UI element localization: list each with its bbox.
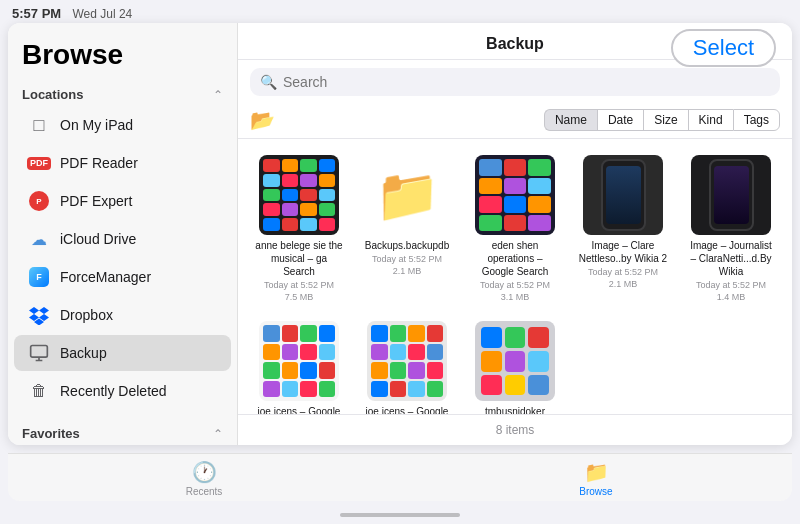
file-item[interactable]: Image – Journalist – ClaraNetti...d.By W… [682,151,780,307]
file-name-4: Image – Clare Nettleso..by Wikia 2 [578,239,668,265]
time: 5:57 PM [12,6,61,21]
pdf-reader-icon: PDF [28,152,50,174]
file-item[interactable]: joe icens – Google Search 2 Today at 5:5… [358,317,456,414]
select-button[interactable]: Select [671,29,776,67]
file-thumb-7 [367,321,447,401]
recents-label: Recents [186,486,223,497]
main-container: Browse Locations ⌃ □ On My iPad PDF PDF … [8,23,792,445]
sidebar-title: Browse [8,23,237,79]
file-thumb-6 [259,321,339,401]
sidebar-item-icloud-label: iCloud Drive [60,231,136,247]
file-item[interactable]: tmbusnjdoker May 30, 2016 at 1:01 AM1.3 … [466,317,564,414]
locations-section-header: Locations ⌃ [8,79,237,106]
icloud-icon: ☁ [28,228,50,250]
backup-icon [28,342,50,364]
file-thumb-3 [475,155,555,235]
sidebar-item-icloud[interactable]: ☁ iCloud Drive [14,221,231,257]
sidebar: Browse Locations ⌃ □ On My iPad PDF PDF … [8,23,238,445]
file-name-5: Image – Journalist – ClaraNetti...d.By W… [686,239,776,278]
sidebar-item-forcemanager[interactable]: F ForceManager [14,259,231,295]
ipad-icon: □ [28,114,50,136]
file-name-8: tmbusnjdoker [485,405,545,414]
sidebar-item-forcemanager-label: ForceManager [60,269,151,285]
sidebar-item-dropbox[interactable]: Dropbox [14,297,231,333]
trash-icon: 🗑 [28,380,50,402]
file-thumb-4 [583,155,663,235]
tab-browse[interactable]: 📁 Browse [400,460,792,497]
file-name-7: joe icens – Google Search 2 [362,405,452,414]
file-name-2: Backups.backupdb [365,239,450,252]
file-meta-2: Today at 5:52 PM2.1 MB [372,254,442,277]
file-name-6: joe icens – Google Search [254,405,344,414]
content-area: Backup Select 🔍 📂 Name Date Size Kind Ta… [238,23,792,445]
sort-pills: Name Date Size Kind Tags [544,109,780,131]
content-title: Backup [486,35,544,53]
sort-tags[interactable]: Tags [733,109,780,131]
sidebar-item-pdfexpert[interactable]: P PDF Expert [14,183,231,219]
sort-size[interactable]: Size [643,109,687,131]
sidebar-item-pdfreader-label: PDF Reader [60,155,138,171]
browse-label: Browse [579,486,612,497]
file-thumb-5 [691,155,771,235]
home-indicator [0,501,800,524]
sort-name[interactable]: Name [544,109,597,131]
file-item[interactable]: Image – Clare Nettleso..by Wikia 2 Today… [574,151,672,307]
sort-kind[interactable]: Kind [688,109,733,131]
file-meta-4: Today at 5:52 PM2.1 MB [588,267,658,290]
sidebar-item-ipad-label: On My iPad [60,117,133,133]
pdf-expert-icon: P [28,190,50,212]
toolbar: 📂 Name Date Size Kind Tags [238,104,792,139]
sort-date[interactable]: Date [597,109,643,131]
sidebar-item-recently-deleted[interactable]: 🗑 Recently Deleted [14,373,231,409]
file-name-3: eden shen operations – Google Search [470,239,560,278]
tab-recents[interactable]: 🕐 Recents [8,460,400,497]
sidebar-item-dropbox-label: Dropbox [60,307,113,323]
file-item[interactable]: 📁 Backups.backupdb Today at 5:52 PM2.1 M… [358,151,456,307]
status-bar: 5:57 PM Wed Jul 24 [0,0,800,23]
locations-title: Locations [22,87,83,102]
date: Wed Jul 24 [72,7,132,21]
search-icon: 🔍 [260,74,277,90]
favorites-section-header: Favorites ⌃ [8,418,237,445]
dropbox-icon [28,304,50,326]
sidebar-item-backup-label: Backup [60,345,107,361]
sidebar-item-pdfexpert-label: PDF Expert [60,193,132,209]
sidebar-item-backup[interactable]: Backup [14,335,231,371]
file-thumb-8 [475,321,555,401]
sidebar-item-recently-deleted-label: Recently Deleted [60,383,167,399]
sidebar-item-ipad[interactable]: □ On My iPad [14,107,231,143]
search-bar[interactable]: 🔍 [250,68,780,96]
file-item[interactable]: joe icens – Google Search Today at 5:52 … [250,317,348,414]
svg-rect-0 [31,346,48,358]
file-name-1: anne belege sie the musical – ga Search [254,239,344,278]
forcemanager-icon: F [28,266,50,288]
file-item[interactable]: anne belege sie the musical – ga Search … [250,151,348,307]
recents-icon: 🕐 [192,460,217,484]
content-header: Backup Select [238,23,792,60]
file-meta-1: Today at 5:52 PM7.5 MB [264,280,334,303]
sidebar-item-pdfreader[interactable]: PDF PDF Reader [14,145,231,181]
file-meta-5: Today at 5:52 PM1.4 MB [696,280,766,303]
file-thumb-2: 📁 [367,155,447,235]
favorites-chevron-icon: ⌃ [213,427,223,441]
file-item[interactable]: eden shen operations – Google Search Tod… [466,151,564,307]
file-thumb-1 [259,155,339,235]
file-grid: anne belege sie the musical – ga Search … [238,139,792,414]
tab-bar: 🕐 Recents 📁 Browse [8,453,792,501]
toolbar-folder-icon: 📂 [250,108,275,132]
locations-chevron-icon: ⌃ [213,88,223,102]
file-meta-3: Today at 5:52 PM3.1 MB [480,280,550,303]
search-input[interactable] [283,74,770,90]
content-footer: 8 items [238,414,792,445]
home-bar [340,513,460,517]
browse-icon: 📁 [584,460,609,484]
favorites-title: Favorites [22,426,80,441]
